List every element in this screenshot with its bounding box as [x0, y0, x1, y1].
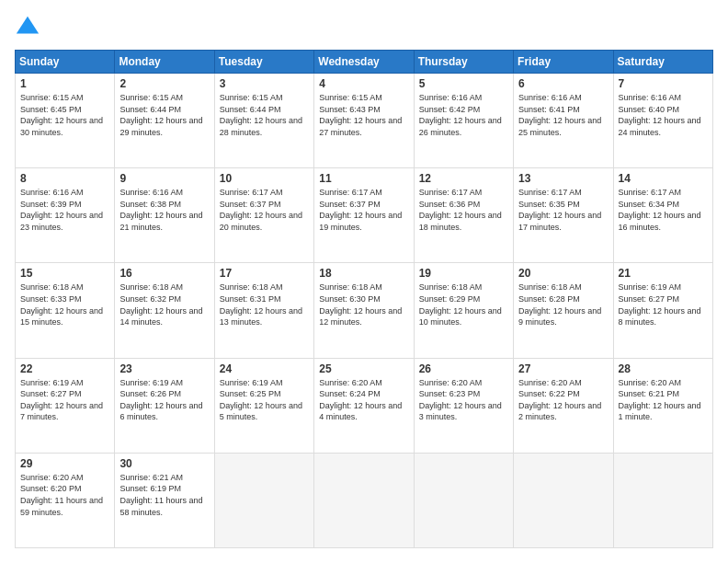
day-info: Sunrise: 6:16 AMSunset: 6:42 PMDaylight:… [419, 92, 508, 138]
day-number: 18 [319, 267, 408, 280]
day-number: 24 [220, 362, 309, 375]
calendar-cell: 21 Sunrise: 6:19 AMSunset: 6:27 PMDaylig… [613, 263, 712, 358]
calendar-week-3: 15 Sunrise: 6:18 AMSunset: 6:33 PMDaylig… [16, 263, 713, 358]
calendar-cell: 3 Sunrise: 6:15 AMSunset: 6:44 PMDayligh… [214, 74, 313, 168]
day-number: 7 [619, 77, 708, 90]
calendar-cell: 24 Sunrise: 6:19 AMSunset: 6:25 PMDaylig… [214, 358, 313, 453]
calendar-cell: 1 Sunrise: 6:15 AMSunset: 6:45 PMDayligh… [16, 74, 115, 168]
day-number: 28 [619, 362, 708, 375]
day-header-wednesday: Wednesday [314, 51, 414, 74]
day-info: Sunrise: 6:19 AMSunset: 6:27 PMDaylight:… [20, 377, 109, 423]
day-info: Sunrise: 6:20 AMSunset: 6:23 PMDaylight:… [419, 377, 508, 423]
day-info: Sunrise: 6:20 AMSunset: 6:24 PMDaylight:… [319, 377, 408, 423]
calendar-cell: 13 Sunrise: 6:17 AMSunset: 6:35 PMDaylig… [514, 168, 613, 263]
day-info: Sunrise: 6:19 AMSunset: 6:25 PMDaylight:… [220, 377, 309, 423]
day-info: Sunrise: 6:17 AMSunset: 6:35 PMDaylight:… [518, 187, 608, 233]
calendar-cell: 7 Sunrise: 6:16 AMSunset: 6:40 PMDayligh… [613, 74, 712, 168]
day-number: 22 [20, 362, 109, 375]
day-number: 2 [119, 77, 209, 90]
day-header-saturday: Saturday [613, 51, 712, 74]
calendar-cell: 20 Sunrise: 6:18 AMSunset: 6:28 PMDaylig… [514, 263, 613, 358]
day-info: Sunrise: 6:20 AMSunset: 6:22 PMDaylight:… [518, 377, 608, 423]
day-number: 27 [518, 362, 608, 375]
day-number: 6 [518, 77, 608, 90]
day-info: Sunrise: 6:17 AMSunset: 6:37 PMDaylight:… [319, 187, 408, 233]
day-number: 13 [518, 172, 608, 185]
calendar-cell: 23 Sunrise: 6:19 AMSunset: 6:26 PMDaylig… [115, 358, 214, 453]
calendar-week-1: 1 Sunrise: 6:15 AMSunset: 6:45 PMDayligh… [16, 74, 713, 168]
svg-marker-0 [17, 17, 39, 34]
day-info: Sunrise: 6:19 AMSunset: 6:27 PMDaylight:… [619, 282, 708, 327]
calendar-cell: 2 Sunrise: 6:15 AMSunset: 6:44 PMDayligh… [115, 74, 214, 168]
day-info: Sunrise: 6:16 AMSunset: 6:39 PMDaylight:… [20, 187, 109, 233]
day-info: Sunrise: 6:20 AMSunset: 6:21 PMDaylight:… [619, 377, 708, 423]
day-header-tuesday: Tuesday [214, 51, 313, 74]
day-number: 20 [518, 267, 608, 280]
calendar-week-2: 8 Sunrise: 6:16 AMSunset: 6:39 PMDayligh… [16, 168, 713, 263]
day-number: 1 [20, 77, 109, 90]
day-header-monday: Monday [115, 51, 214, 74]
day-info: Sunrise: 6:17 AMSunset: 6:36 PMDaylight:… [419, 187, 508, 233]
day-header-friday: Friday [514, 51, 613, 74]
calendar-cell: 29 Sunrise: 6:20 AMSunset: 6:20 PMDaylig… [16, 453, 115, 547]
day-info: Sunrise: 6:21 AMSunset: 6:19 PMDaylight:… [119, 472, 209, 518]
day-header-thursday: Thursday [414, 51, 513, 74]
day-number: 5 [419, 77, 508, 90]
calendar-cell [613, 453, 712, 547]
day-info: Sunrise: 6:18 AMSunset: 6:31 PMDaylight:… [220, 282, 309, 327]
calendar-cell [214, 453, 313, 547]
day-info: Sunrise: 6:18 AMSunset: 6:28 PMDaylight:… [518, 282, 608, 327]
day-info: Sunrise: 6:15 AMSunset: 6:44 PMDaylight:… [119, 92, 209, 138]
logo [15, 15, 44, 40]
day-number: 8 [20, 172, 109, 185]
day-number: 16 [119, 267, 209, 280]
day-info: Sunrise: 6:15 AMSunset: 6:45 PMDaylight:… [20, 92, 109, 138]
day-header-sunday: Sunday [16, 51, 115, 74]
calendar-cell: 14 Sunrise: 6:17 AMSunset: 6:34 PMDaylig… [613, 168, 712, 263]
day-number: 29 [20, 457, 109, 470]
calendar-cell [414, 453, 513, 547]
day-number: 14 [619, 172, 708, 185]
calendar-cell: 6 Sunrise: 6:16 AMSunset: 6:41 PMDayligh… [514, 74, 613, 168]
logo-icon [15, 15, 40, 40]
calendar-cell [514, 453, 613, 547]
calendar-cell: 28 Sunrise: 6:20 AMSunset: 6:21 PMDaylig… [613, 358, 712, 453]
day-number: 17 [220, 267, 309, 280]
calendar-cell: 27 Sunrise: 6:20 AMSunset: 6:22 PMDaylig… [514, 358, 613, 453]
day-info: Sunrise: 6:15 AMSunset: 6:43 PMDaylight:… [319, 92, 408, 138]
calendar-cell: 18 Sunrise: 6:18 AMSunset: 6:30 PMDaylig… [314, 263, 414, 358]
day-info: Sunrise: 6:16 AMSunset: 6:41 PMDaylight:… [518, 92, 608, 138]
page: SundayMondayTuesdayWednesdayThursdayFrid… [0, 0, 728, 563]
day-number: 9 [119, 172, 209, 185]
calendar-cell: 26 Sunrise: 6:20 AMSunset: 6:23 PMDaylig… [414, 358, 513, 453]
day-info: Sunrise: 6:18 AMSunset: 6:32 PMDaylight:… [119, 282, 209, 327]
calendar-cell: 30 Sunrise: 6:21 AMSunset: 6:19 PMDaylig… [115, 453, 214, 547]
day-number: 26 [419, 362, 508, 375]
calendar-cell: 4 Sunrise: 6:15 AMSunset: 6:43 PMDayligh… [314, 74, 414, 168]
calendar-cell: 19 Sunrise: 6:18 AMSunset: 6:29 PMDaylig… [414, 263, 513, 358]
day-number: 19 [419, 267, 508, 280]
day-number: 4 [319, 77, 408, 90]
calendar-table: SundayMondayTuesdayWednesdayThursdayFrid… [15, 50, 713, 548]
day-info: Sunrise: 6:20 AMSunset: 6:20 PMDaylight:… [20, 472, 109, 518]
day-number: 10 [220, 172, 309, 185]
day-number: 21 [619, 267, 708, 280]
calendar-cell: 9 Sunrise: 6:16 AMSunset: 6:38 PMDayligh… [115, 168, 214, 263]
day-info: Sunrise: 6:19 AMSunset: 6:26 PMDaylight:… [119, 377, 209, 423]
calendar-cell: 25 Sunrise: 6:20 AMSunset: 6:24 PMDaylig… [314, 358, 414, 453]
day-info: Sunrise: 6:18 AMSunset: 6:30 PMDaylight:… [319, 282, 408, 327]
day-number: 12 [419, 172, 508, 185]
header [15, 15, 713, 40]
calendar-cell: 5 Sunrise: 6:16 AMSunset: 6:42 PMDayligh… [414, 74, 513, 168]
calendar-cell: 8 Sunrise: 6:16 AMSunset: 6:39 PMDayligh… [16, 168, 115, 263]
calendar-week-5: 29 Sunrise: 6:20 AMSunset: 6:20 PMDaylig… [16, 453, 713, 547]
day-info: Sunrise: 6:15 AMSunset: 6:44 PMDaylight:… [220, 92, 309, 138]
day-info: Sunrise: 6:17 AMSunset: 6:34 PMDaylight:… [619, 187, 708, 233]
day-number: 25 [319, 362, 408, 375]
calendar-week-4: 22 Sunrise: 6:19 AMSunset: 6:27 PMDaylig… [16, 358, 713, 453]
day-number: 23 [119, 362, 209, 375]
day-number: 11 [319, 172, 408, 185]
calendar-cell [314, 453, 414, 547]
calendar-cell: 15 Sunrise: 6:18 AMSunset: 6:33 PMDaylig… [16, 263, 115, 358]
day-number: 30 [119, 457, 209, 470]
